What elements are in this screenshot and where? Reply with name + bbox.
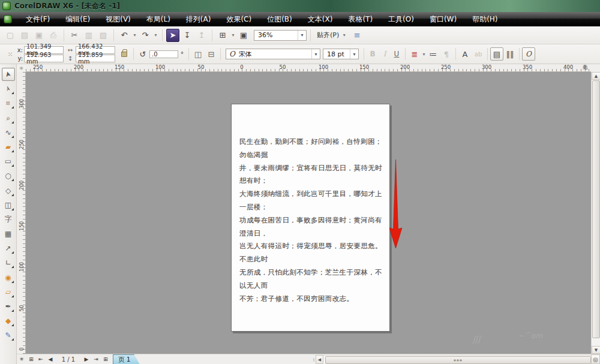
object-y-field[interactable]: 192.963 mm [24, 55, 64, 62]
import-icon[interactable]: ↧ [181, 29, 194, 42]
paste-icon[interactable]: ▧ [97, 29, 110, 42]
open-icon[interactable]: ▤ [18, 29, 31, 42]
welcome-screen-icon[interactable]: ▣ [237, 29, 250, 42]
search-content-icon[interactable]: ➤ [166, 29, 179, 42]
rotation-angle-field[interactable]: .0 [149, 50, 178, 58]
vertical-scrollbar[interactable]: ▲ ▼ [591, 72, 600, 354]
app-launcher-dropdown-icon[interactable]: ▾ [230, 32, 236, 38]
smart-fill-tool[interactable]: ▰ [2, 140, 15, 154]
scroll-up-icon[interactable]: ▲ [592, 72, 600, 80]
horizontal-scroll-thumb[interactable]: ⦁⦁⦁ [325, 356, 591, 364]
horizontal-ruler[interactable]: 250 200 150 100 50 0 50 100 150 200 250 … [26, 64, 591, 72]
interactive-fill-tool[interactable]: ✎ [2, 329, 15, 342]
menu-view[interactable]: 视图(V) [98, 13, 139, 26]
polygon-tool[interactable]: ◇ [2, 184, 15, 197]
bulleted-list-icon[interactable]: ≔ [427, 47, 440, 61]
table-tool[interactable]: ▦ [2, 227, 15, 240]
vertical-ruler[interactable]: 300 250 200 150 100 50 0 [17, 72, 26, 354]
menu-arrange[interactable]: 排列(A) [178, 13, 219, 26]
character-formatting-icon[interactable]: A [458, 47, 472, 61]
vertical-scroll-thumb[interactable] [592, 80, 600, 338]
options-icon[interactable]: ≡ [350, 29, 364, 42]
document-page[interactable]: 民生在勤，勤则不匮；好问则裕，自恃则困；勿临渴掘 井，要未雨绸缪；宜将有日思无日… [231, 104, 390, 332]
undo-icon[interactable]: ↶ [118, 29, 131, 42]
alignment-dropdown-icon[interactable]: ▾ [421, 52, 427, 57]
dimension-tool[interactable]: ↗ [2, 242, 15, 255]
menu-edit[interactable]: 编辑(E) [58, 13, 98, 26]
page-navigator-icon[interactable]: ◎ [591, 354, 600, 364]
redo-icon[interactable]: ↷ [139, 29, 152, 42]
last-page-button[interactable]: ⇥ [91, 355, 101, 364]
copy-icon[interactable]: ▥ [82, 29, 95, 42]
zoom-dropdown-icon[interactable]: ▾ [298, 31, 306, 40]
connector-tool[interactable]: ∟ [2, 256, 15, 269]
zoom-level-combo[interactable]: 36% ▾ [254, 30, 307, 41]
add-page-button-2[interactable]: ⊞ [101, 355, 110, 364]
add-page-button[interactable]: ⊞ [26, 355, 36, 364]
ruler-origin[interactable]: ✳ [17, 64, 26, 72]
menu-text[interactable]: 文本(X) [300, 13, 341, 26]
crop-tool[interactable]: ⌗ [2, 97, 15, 110]
blend-tool[interactable]: ◉ [2, 271, 15, 284]
previous-page-button[interactable]: ◀ [46, 355, 55, 364]
menu-file[interactable]: 文件(F) [18, 13, 58, 26]
app-launcher-icon[interactable]: ⊞ [216, 29, 229, 42]
save-icon[interactable]: ▣ [32, 29, 46, 42]
outline-pen-tool[interactable]: ✒ [2, 300, 15, 313]
scroll-down-icon[interactable]: ▼ [592, 346, 600, 354]
pick-tool[interactable]: ➤ [2, 68, 15, 81]
opentype-button[interactable]: O [522, 47, 535, 61]
menu-effects[interactable]: 效果(C) [218, 13, 259, 26]
font-size-dropdown-icon[interactable]: ▾ [350, 49, 358, 59]
zoom-tool[interactable]: ⌕ [2, 112, 15, 125]
bold-button[interactable]: B [367, 47, 379, 61]
next-page-button[interactable]: ▶ [82, 355, 91, 364]
font-family-combo[interactable]: O 宋体 ▾ [226, 49, 320, 59]
ellipse-tool[interactable]: ○ [2, 169, 15, 182]
ruler-tick: 200 [400, 64, 410, 70]
font-dropdown-icon[interactable]: ▾ [311, 49, 320, 59]
rectangle-tool[interactable]: ▭ [2, 155, 15, 168]
font-size-combo[interactable]: 18 pt ▾ [323, 49, 359, 59]
shadow-tool[interactable]: ▱ [2, 285, 15, 299]
drop-cap-icon[interactable]: ¶ [440, 47, 453, 61]
mirror-vertical-icon[interactable]: ⊟ [205, 47, 218, 61]
underline-button[interactable]: U [391, 47, 403, 61]
text-alignment-icon[interactable]: ≣ [408, 47, 421, 61]
undo-dropdown-icon[interactable]: ▾ [132, 32, 137, 38]
scroll-left-icon[interactable]: ◀ [316, 355, 323, 364]
menu-layout[interactable]: 布局(L) [139, 13, 178, 26]
page-tab-1[interactable]: 页 1 [113, 354, 140, 364]
menu-bitmaps[interactable]: 位图(B) [259, 13, 300, 26]
export-icon[interactable]: ↥ [195, 29, 208, 42]
drawing-canvas[interactable]: 民生在勤，勤则不匮；好问则裕，自恃则困；勿临渴掘 井，要未雨绸缪；宜将有日思无日… [26, 72, 591, 354]
horizontal-scroll-track[interactable]: ⦁⦁⦁ [323, 355, 593, 364]
menu-window[interactable]: 窗口(W) [422, 13, 464, 26]
print-icon[interactable]: ⎙ [47, 29, 60, 42]
menu-tools[interactable]: 工具(O) [380, 13, 422, 26]
first-page-button[interactable]: ⇤ [36, 355, 46, 364]
fill-tool[interactable]: ◆ [2, 314, 15, 327]
lock-ratio-icon[interactable] [121, 52, 127, 57]
text-tool[interactable]: 字 [2, 213, 15, 226]
cut-icon[interactable]: ✂ [68, 29, 81, 42]
menu-help[interactable]: 帮助(H) [464, 13, 505, 26]
ruler-origin-bottom[interactable]: ✳ [17, 355, 26, 364]
shape-tool[interactable]: ➢ [2, 82, 15, 95]
italic-button[interactable]: I [379, 47, 391, 61]
object-height-field[interactable]: 131.859 mm [76, 55, 115, 62]
coreldraw-menu-logo-icon [4, 15, 12, 23]
freehand-tool[interactable]: ∿ [2, 126, 15, 139]
mirror-horizontal-icon[interactable]: ◫ [191, 47, 205, 61]
redo-dropdown-icon[interactable]: ▾ [153, 32, 158, 38]
snap-to-button[interactable]: 贴齐(P) ▾ [314, 31, 349, 40]
paragraph-text-object[interactable]: 民生在勤，勤则不匮；好问则裕，自恃则困；勿临渴掘 井，要未雨绸缪；宜将有日思无日… [239, 136, 385, 305]
ruler-tick: 300 [482, 64, 491, 70]
new-document-icon[interactable]: ▢ [4, 29, 17, 42]
horizontal-scrollbar[interactable]: ⁞ ◀ ⦁⦁⦁ ▶ [312, 355, 600, 364]
basic-shapes-tool[interactable]: ◫ [2, 198, 15, 212]
menu-table[interactable]: 表格(T) [340, 13, 380, 26]
edit-text-icon[interactable]: ab [472, 47, 485, 61]
columns-icon[interactable]: ‖‖ [503, 47, 517, 61]
text-frame-options-icon[interactable]: ▤ [490, 47, 503, 61]
